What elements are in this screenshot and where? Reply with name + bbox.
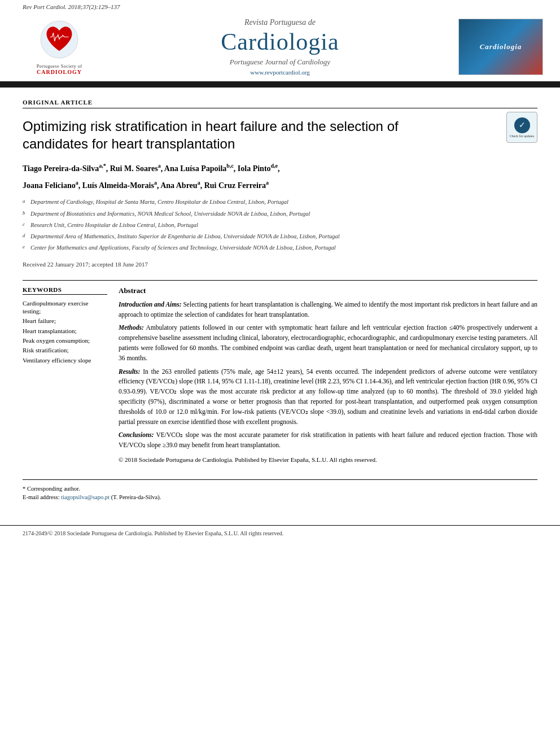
abstract-conclusions: Conclusions: VE/VCO₂ slope was the most … — [119, 430, 537, 451]
affiliation-item: eCenter for Mathematics and Applications… — [23, 243, 537, 254]
keyword-item: Peak oxygen consumption; — [23, 337, 107, 344]
keyword-item: Ventilatory efficiency slope — [23, 356, 107, 364]
logo-right-inner: Cardiologia — [459, 19, 542, 75]
affiliation-item: dDepartmental Area of Mathematics, Insti… — [23, 232, 537, 242]
logo-cardiology: CARDIOLOGY — [37, 69, 82, 75]
results-text: In the 263 enrolled patients (75% male, … — [119, 368, 537, 425]
aff-text: Center for Mathematics and Applications,… — [30, 243, 336, 254]
bottom-bar: 2174-2049/© 2018 Sociedade Portuguesa de… — [0, 525, 560, 541]
abstract-title: Abstract — [119, 286, 537, 295]
aff-letter: d — [23, 232, 28, 242]
keywords-col: KEYWORDS Cardiopulmonary exercise testin… — [23, 286, 107, 468]
abstract-methods: Methods: Ambulatory patients followed in… — [119, 323, 537, 363]
footer-section: * Corresponding author. E-mail address: … — [23, 479, 537, 500]
keywords-title: KEYWORDS — [23, 286, 107, 295]
email-line: E-mail address: tiagopsilva@sapo.pt (T. … — [23, 494, 537, 500]
journal-name-small: Revista Portuguesa de — [102, 18, 458, 27]
heart-logo-svg — [37, 19, 82, 62]
logo-society-text: Portuguese Society of — [37, 64, 82, 69]
affiliations: aDepartment of Cardiology, Hospital de S… — [23, 198, 537, 254]
article-type: ORIGINAL ARTICLE — [23, 99, 537, 108]
intro-label: Introduction and Aims: — [119, 301, 182, 308]
author-1-name: Tiago Pereira-da-Silva — [23, 164, 99, 173]
check-updates-text: Check for updates — [510, 134, 535, 138]
citation-text: Rev Port Cardiol. 2018;37(2):129–137 — [23, 3, 120, 10]
keyword-item: Risk stratification; — [23, 346, 107, 354]
aff-letter: e — [23, 243, 28, 254]
two-col-layout: KEYWORDS Cardiopulmonary exercise testin… — [23, 286, 537, 468]
copyright-line: © 2018 Sociedade Portuguesa de Cardiolog… — [119, 455, 537, 465]
abstract-col: Abstract Introduction and Aims: Selectin… — [119, 286, 537, 468]
keyword-item: Cardiopulmonary exercise testing; — [23, 299, 107, 316]
author-1-sup: a,* — [99, 163, 106, 169]
main-content: ORIGINAL ARTICLE Optimizing risk stratif… — [0, 88, 560, 514]
journal-url: www.revportcardiol.org — [102, 69, 458, 76]
intro-text: Selecting patients for heart transplanta… — [119, 301, 537, 318]
article-title: Optimizing risk stratification in heart … — [23, 117, 435, 152]
separator-line — [23, 280, 537, 281]
aff-text: Department of Biostatistics and Informat… — [30, 209, 310, 220]
corresponding-note: * Corresponding author. — [23, 486, 537, 492]
journal-subtitle: Portuguese Journal of Cardiology — [102, 58, 458, 67]
dark-bar — [0, 83, 560, 88]
authors-line-2: Joana Felicianoa, Luís Almeida-Moraisa, … — [23, 178, 537, 192]
conclusions-text: VE/VCO₂ slope was the most accurate para… — [119, 431, 537, 448]
keyword-item: Heart transplantation; — [23, 327, 107, 335]
aff-letter: c — [23, 221, 28, 231]
aff-text: Department of Cardiology, Hospital de Sa… — [30, 198, 288, 208]
journal-center: Revista Portuguesa de Cardiologia Portug… — [102, 18, 458, 76]
check-updates-badge: Check for updates — [506, 112, 537, 143]
journal-header: Portuguese Society of CARDIOLOGY Revista… — [0, 12, 560, 83]
aff-letter: a — [23, 198, 28, 208]
abstract-intro: Introduction and Aims: Selecting patient… — [119, 300, 537, 320]
page-wrapper: Rev Port Cardiol. 2018;37(2):129–137 Por… — [0, 0, 560, 747]
affiliation-item: cResearch Unit, Centro Hospitalar de Lis… — [23, 221, 537, 231]
email-link[interactable]: tiagopsilva@sapo.pt — [61, 494, 110, 500]
logo-right: Cardiologia — [458, 19, 543, 75]
affiliation-item: bDepartment of Biostatistics and Informa… — [23, 209, 537, 220]
keyword-item: Heart failure; — [23, 317, 107, 325]
aff-text: Departmental Area of Mathematics, Instit… — [30, 232, 340, 242]
title-row: Optimizing risk stratification in heart … — [23, 117, 537, 161]
affiliation-item: aDepartment of Cardiology, Hospital de S… — [23, 198, 537, 208]
methods-text: Ambulatory patients followed in our cent… — [119, 324, 537, 361]
keywords-list: Cardiopulmonary exercise testing;Heart f… — [23, 299, 107, 364]
received-line: Received 22 January 2017; accepted 18 Ju… — [23, 261, 537, 273]
citation-bar: Rev Port Cardiol. 2018;37(2):129–137 — [0, 0, 560, 12]
abstract-results: Results: In the 263 enrolled patients (7… — [119, 367, 537, 427]
logo-left: Portuguese Society of CARDIOLOGY — [17, 19, 102, 75]
check-updates-circle — [514, 117, 530, 133]
bottom-issn: 2174-2049/© 2018 Sociedade Portuguesa de… — [23, 530, 283, 536]
authors-line: Tiago Pereira-da-Silvaa,*, Rui M. Soares… — [23, 161, 537, 175]
results-label: Results: — [119, 368, 140, 375]
conclusions-label: Conclusions: — [119, 431, 154, 438]
abstract-text: Introduction and Aims: Selecting patient… — [119, 300, 537, 465]
aff-text: Research Unit, Centro Hospitalar de Lisb… — [30, 221, 198, 231]
aff-letter: b — [23, 209, 28, 220]
journal-name-large: Cardiologia — [102, 28, 458, 55]
methods-label: Methods: — [119, 324, 144, 331]
